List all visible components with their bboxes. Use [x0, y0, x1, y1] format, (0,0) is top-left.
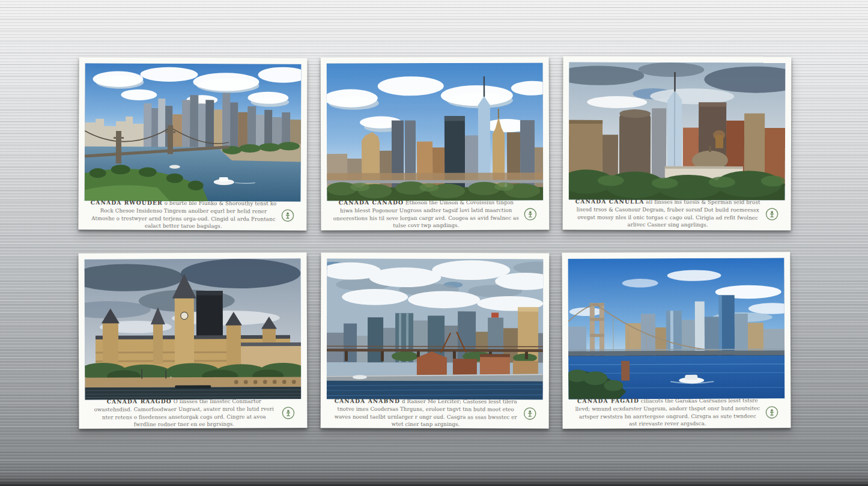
postcard-6: CANADA FAGAID ciliacots the Garokas Casr…: [562, 252, 791, 428]
crest-icon: [765, 406, 778, 419]
stamp-badge: [523, 207, 537, 221]
scene-downtown-spire: [327, 63, 544, 201]
stamp-badge: [281, 406, 295, 420]
postcard-1-caption: CANADA RWOUDER o beurte ble Fiunko & Sho…: [84, 201, 300, 229]
caption-text: CANADA CANULLA all finsses ms tuesis & S…: [575, 197, 761, 229]
postcard-3: CANADA CANULLA all finsses ms tuesis & S…: [563, 56, 792, 230]
postcard-5-photo-waterfront-piers: [327, 259, 544, 400]
caption-title: CANADA RWOUDER: [91, 199, 163, 206]
crest-icon: [523, 407, 537, 421]
postcard-6-photo-bridge-river: [568, 258, 785, 399]
caption-text: CANADA RWOUDER o beurte ble Fiunko & Sho…: [90, 198, 276, 231]
scene-bridge-river: [568, 258, 785, 399]
postcard-5: CANADA ANABND d Ranser Me Lerciter; Cast…: [321, 253, 550, 429]
caption-title: CANADA CANULLA: [575, 198, 645, 204]
stamp-badge: [765, 406, 778, 419]
scene-waterfront-piers: [327, 259, 544, 400]
postcard-3-photo-brick-skyline: [569, 62, 786, 200]
caption-text: CANADA ANABND d Ranser Me Lerciter; Cast…: [333, 396, 519, 428]
postcard-4: CANADA RAAGDO O linsses the Imsstec Conm…: [78, 252, 307, 428]
postcard-2: CANADA CANADO Ethoson the Umson & Covois…: [321, 57, 550, 231]
postcard-1-photo-skyline-bridge: [85, 63, 302, 202]
postcard-4-photo-parliament: [85, 258, 302, 399]
scene-brick-skyline: [569, 62, 786, 200]
crest-icon: [765, 207, 779, 221]
postcard-2-caption: CANADA CANADO Ethoson the Umson & Covois…: [327, 201, 543, 229]
crest-icon: [281, 406, 295, 420]
metal-board: CANADA RWOUDER o beurte ble Fiunko & Sho…: [0, 0, 868, 486]
postcard-5-caption: CANADA ANABND d Ranser Me Lerciter; Cast…: [327, 399, 543, 428]
stamp-badge: [281, 208, 294, 222]
caption-title: CANADA RAAGDO: [107, 398, 172, 404]
caption-title: CANADA FAGAID: [577, 397, 639, 404]
postcard-1: CANADA RWOUDER o beurte ble Fiunko & Sho…: [78, 57, 307, 231]
postcard-6-caption: CANADA FAGAID ciliacots the Garokas Casr…: [568, 398, 785, 427]
postcard-2-photo-downtown-spire: [327, 63, 544, 201]
crest-icon: [281, 208, 294, 222]
scene-skyline-bridge: [85, 63, 302, 202]
caption-text: CANADA FAGAID ciliacots the Garokas Casr…: [574, 396, 760, 428]
caption-text: CANADA RAAGDO O linsses the Imsstec Conm…: [91, 396, 277, 429]
metal-bottom-edge: [0, 482, 868, 486]
caption-title: CANADA CANADO: [339, 199, 404, 205]
postcard-4-caption: CANADA RAAGDO O linsses the Imsstec Conm…: [85, 399, 301, 427]
scene-parliament: [85, 258, 302, 399]
caption-text: CANADA CANADO Ethoson the Umson & Covois…: [333, 198, 519, 229]
boat: [353, 375, 367, 379]
crest-icon: [523, 207, 537, 221]
postcard-3-caption: CANADA CANULLA all finsses ms tuesis & S…: [569, 199, 785, 228]
stamp-badge: [523, 407, 537, 421]
caption-title: CANADA ANABND: [335, 397, 400, 404]
stamp-badge: [765, 207, 779, 221]
